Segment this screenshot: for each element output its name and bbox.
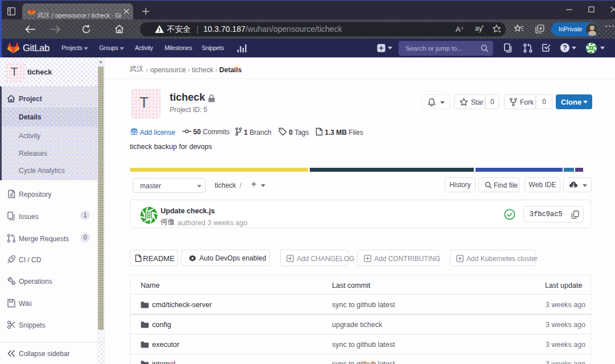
svg-text:A: A (456, 25, 461, 34)
